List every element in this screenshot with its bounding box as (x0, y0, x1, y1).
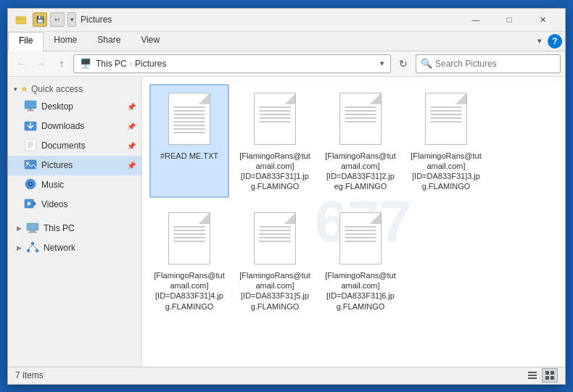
minimize-button[interactable]: — (459, 8, 492, 31)
forward-button[interactable]: → (33, 55, 50, 72)
svg-rect-21 (28, 232, 37, 233)
doc-icon-3 (339, 93, 382, 145)
svg-rect-1 (16, 17, 20, 20)
svg-point-24 (36, 249, 38, 252)
file-item-3[interactable]: [FlamingoRans@tutamail.com][ID=DA833F31]… (321, 84, 400, 198)
sidebar-item-music[interactable]: Music (8, 175, 141, 195)
search-icon: 🔍 (421, 58, 432, 69)
up-button[interactable]: ↑ (53, 55, 70, 72)
svg-rect-20 (30, 230, 36, 232)
sidebar-network-label: Network (44, 243, 136, 253)
address-field[interactable]: 🖥️ This PC › Pictures ▾ (73, 54, 391, 73)
file-name-5: [FlamingoRans@tutamail.com][ID=DA833F31]… (154, 270, 225, 312)
file-icon-7 (334, 209, 387, 267)
qat-save[interactable]: 💾 (33, 12, 47, 27)
doc-lines-6 (259, 226, 291, 244)
sidebar-item-documents[interactable]: Documents 📌 (8, 136, 141, 156)
file-name-2: [FlamingoRans@tutamail.com][ID=DA833F31]… (239, 151, 310, 192)
sidebar-downloads-label: Downloads (41, 121, 123, 131)
breadcrumb-pictures[interactable]: Pictures (135, 59, 166, 69)
file-item-4[interactable]: [FlamingoRans@tutamail.com][ID=DA833F31]… (406, 84, 486, 198)
sidebar-item-downloads[interactable]: Downloads 📌 (8, 117, 141, 136)
tab-file[interactable]: File (8, 32, 44, 51)
videos-icon (24, 197, 37, 212)
address-breadcrumb: This PC › Pictures (96, 59, 376, 69)
desktop-icon (24, 99, 37, 114)
sidebar-documents-label: Documents (41, 141, 123, 151)
file-item-6[interactable]: [FlamingoRans@tutamail.com][ID=DA833F31]… (235, 204, 315, 317)
tab-home[interactable]: Home (44, 32, 87, 51)
file-icon-5 (163, 209, 215, 267)
pictures-icon (24, 158, 37, 173)
svg-rect-19 (27, 223, 38, 230)
file-item-2[interactable]: [FlamingoRans@tutamail.com][ID=DA833F31]… (235, 84, 315, 198)
ribbon: File Home Share View ▾ ? (8, 32, 565, 51)
doc-icon-5 (168, 212, 210, 264)
svg-point-23 (27, 249, 30, 252)
search-input[interactable] (435, 59, 556, 69)
svg-rect-33 (551, 376, 554, 380)
sidebar-item-pictures[interactable]: Pictures 📌 (8, 156, 141, 175)
sidebar-item-network[interactable]: ▶ Network (8, 238, 141, 258)
file-item-1[interactable]: #READ ME.TXT (149, 84, 229, 198)
file-name-1: #READ ME.TXT (160, 151, 218, 161)
refresh-button[interactable]: ↻ (394, 54, 413, 73)
star-icon: ★ (20, 84, 28, 94)
file-icon-3 (334, 90, 387, 148)
tab-share[interactable]: Share (87, 32, 131, 51)
main-area: ▾ ★ Quick access Desktop 📌 Downloads 📌 (8, 77, 565, 367)
svg-rect-28 (528, 375, 537, 376)
svg-rect-11 (25, 160, 36, 169)
close-button[interactable]: ✕ (526, 8, 559, 31)
explorer-window: 💾 ↩ ▾ Pictures — □ ✕ File Home Share Vie… (7, 8, 566, 385)
file-name-6: [FlamingoRans@tutamail.com][ID=DA833F31]… (239, 270, 310, 312)
sidebar-pictures-label: Pictures (41, 160, 123, 170)
address-dropdown-chevron[interactable]: ▾ (380, 59, 384, 68)
svg-rect-4 (27, 110, 34, 112)
status-item-count: 7 items (15, 370, 44, 380)
sidebar-desktop-label: Desktop (41, 101, 123, 112)
search-field[interactable]: 🔍 (416, 54, 561, 73)
thispc-icon (26, 221, 39, 236)
qat-undo[interactable]: ↩ (50, 12, 65, 27)
view-controls (524, 368, 558, 383)
icon-view-button[interactable] (542, 368, 558, 383)
tab-view[interactable]: View (131, 32, 170, 51)
ribbon-collapse-button[interactable]: ▾ (535, 35, 545, 47)
documents-icon (24, 138, 37, 154)
maximize-button[interactable]: □ (492, 8, 526, 31)
svg-line-25 (28, 245, 33, 249)
help-button[interactable]: ? (548, 34, 562, 49)
file-name-7: [FlamingoRans@tutamail.com][ID=DA833F31]… (325, 270, 396, 312)
sidebar-item-thispc[interactable]: ▶ This PC (8, 219, 141, 238)
sidebar-section-quickaccess[interactable]: ▾ ★ Quick access (8, 81, 141, 97)
doc-lines (173, 107, 205, 135)
sidebar-downloads-pin: 📌 (127, 122, 136, 130)
breadcrumb-thispc[interactable]: This PC (96, 59, 127, 69)
svg-rect-27 (528, 372, 537, 373)
music-icon (24, 178, 37, 193)
sidebar-documents-pin: 📌 (127, 142, 136, 150)
file-item-7[interactable]: [FlamingoRans@tutamail.com][ID=DA833F31]… (321, 204, 400, 317)
qat-dropdown[interactable]: ▾ (67, 12, 76, 27)
list-view-button[interactable] (524, 368, 540, 383)
svg-rect-29 (528, 378, 537, 379)
address-bar: ← → ↑ 🖥️ This PC › Pictures ▾ ↻ 🔍 (8, 51, 565, 77)
status-bar: 7 items (8, 367, 565, 384)
sidebar-item-videos[interactable]: Videos (8, 195, 141, 214)
window-title: Pictures (81, 14, 459, 25)
file-area[interactable]: 677 #READ ME.TXT (142, 77, 565, 367)
thispc-expand-icon: ▶ (17, 225, 22, 232)
file-item-5[interactable]: [FlamingoRans@tutamail.com][ID=DA833F31]… (149, 204, 229, 317)
ribbon-tabs: File Home Share View ▾ ? (8, 32, 565, 51)
sidebar-item-desktop[interactable]: Desktop 📌 (8, 97, 141, 117)
svg-point-22 (31, 242, 34, 245)
breadcrumb-sep1: › (130, 59, 132, 67)
quickaccess-label: Quick access (31, 84, 83, 94)
sidebar-videos-label: Videos (41, 199, 136, 209)
doc-icon-6 (254, 212, 296, 264)
doc-icon-4 (425, 93, 467, 145)
file-grid: #READ ME.TXT [FlamingoRans@tutamail.com]… (149, 84, 558, 317)
svg-rect-32 (545, 376, 549, 380)
back-button[interactable]: ← (12, 55, 30, 72)
